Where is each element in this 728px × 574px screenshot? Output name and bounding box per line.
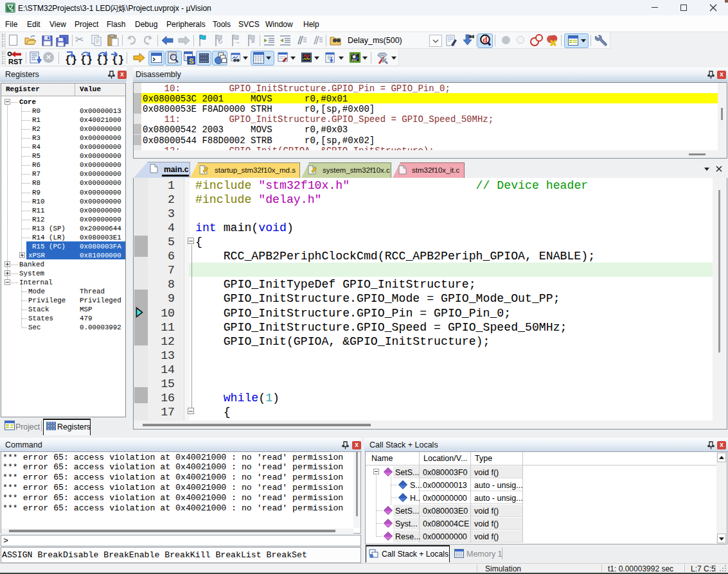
svg-text:{}: {} [96,55,109,65]
svg-text:d: d [483,35,488,44]
svg-text:S: S [189,57,194,65]
svg-text:{}: {} [80,55,93,65]
svg-text:{}: {} [112,55,124,65]
svg-text:RST: RST [8,58,22,65]
svg-text:s: s [11,8,13,12]
